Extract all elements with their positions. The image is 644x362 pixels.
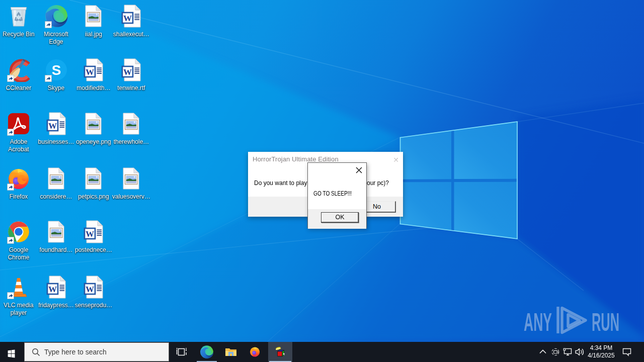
svg-text:ANY: ANY <box>524 308 552 336</box>
svg-text:S: S <box>51 62 61 78</box>
svg-text:RUN: RUN <box>592 308 619 336</box>
